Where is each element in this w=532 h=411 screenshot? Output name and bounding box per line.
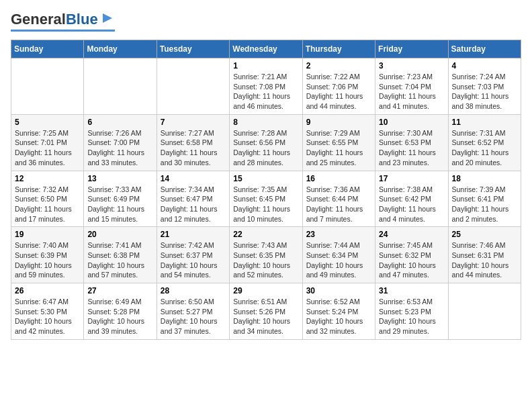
calendar-cell bbox=[448, 283, 521, 340]
calendar-body: 1Sunrise: 7:21 AM Sunset: 7:08 PM Daylig… bbox=[11, 58, 521, 340]
day-number: 2 bbox=[306, 61, 371, 71]
day-number: 6 bbox=[87, 118, 152, 127]
day-number: 14 bbox=[161, 174, 226, 183]
day-number: 23 bbox=[306, 230, 371, 239]
logo-icon bbox=[100, 11, 115, 26]
day-info: Sunrise: 7:31 AM Sunset: 6:52 PM Dayligh… bbox=[452, 128, 517, 168]
calendar-cell: 13Sunrise: 7:33 AM Sunset: 6:49 PM Dayli… bbox=[84, 171, 157, 227]
day-info: Sunrise: 7:21 AM Sunset: 7:08 PM Dayligh… bbox=[233, 72, 298, 111]
week-row-5: 26Sunrise: 6:47 AM Sunset: 5:30 PM Dayli… bbox=[11, 283, 521, 340]
day-number: 12 bbox=[15, 174, 80, 183]
week-row-3: 12Sunrise: 7:32 AM Sunset: 6:50 PM Dayli… bbox=[11, 171, 521, 227]
day-info: Sunrise: 7:46 AM Sunset: 6:31 PM Dayligh… bbox=[452, 240, 517, 280]
day-number: 4 bbox=[452, 61, 517, 71]
calendar-cell: 25Sunrise: 7:46 AM Sunset: 6:31 PM Dayli… bbox=[448, 227, 521, 283]
calendar-cell: 1Sunrise: 7:21 AM Sunset: 7:08 PM Daylig… bbox=[230, 58, 302, 115]
calendar-cell: 19Sunrise: 7:40 AM Sunset: 6:39 PM Dayli… bbox=[11, 227, 84, 283]
dow-friday: Friday bbox=[375, 40, 448, 58]
dow-sunday: Sunday bbox=[11, 40, 84, 58]
calendar-cell: 21Sunrise: 7:42 AM Sunset: 6:37 PM Dayli… bbox=[157, 227, 229, 283]
day-info: Sunrise: 7:35 AM Sunset: 6:45 PM Dayligh… bbox=[233, 185, 298, 224]
day-number: 15 bbox=[233, 174, 298, 183]
page-header: GeneralBlue bbox=[11, 11, 521, 32]
week-row-4: 19Sunrise: 7:40 AM Sunset: 6:39 PM Dayli… bbox=[11, 227, 521, 283]
calendar-cell: 29Sunrise: 6:51 AM Sunset: 5:26 PM Dayli… bbox=[230, 283, 302, 340]
dow-thursday: Thursday bbox=[302, 40, 375, 58]
day-number: 5 bbox=[15, 118, 80, 127]
day-info: Sunrise: 7:26 AM Sunset: 7:00 PM Dayligh… bbox=[87, 128, 152, 168]
day-info: Sunrise: 7:22 AM Sunset: 7:06 PM Dayligh… bbox=[306, 72, 371, 111]
logo: GeneralBlue bbox=[11, 11, 115, 32]
calendar-cell: 26Sunrise: 6:47 AM Sunset: 5:30 PM Dayli… bbox=[11, 283, 84, 340]
day-info: Sunrise: 7:33 AM Sunset: 6:49 PM Dayligh… bbox=[87, 185, 152, 224]
day-number: 28 bbox=[161, 286, 226, 295]
day-info: Sunrise: 7:23 AM Sunset: 7:04 PM Dayligh… bbox=[379, 72, 444, 111]
day-number: 8 bbox=[233, 118, 298, 127]
day-number: 18 bbox=[452, 174, 517, 183]
day-number: 11 bbox=[452, 118, 517, 127]
calendar-cell: 10Sunrise: 7:30 AM Sunset: 6:53 PM Dayli… bbox=[375, 114, 448, 171]
calendar-cell: 31Sunrise: 6:53 AM Sunset: 5:23 PM Dayli… bbox=[375, 283, 448, 340]
week-row-2: 5Sunrise: 7:25 AM Sunset: 7:01 PM Daylig… bbox=[11, 114, 521, 171]
calendar-cell: 12Sunrise: 7:32 AM Sunset: 6:50 PM Dayli… bbox=[11, 171, 84, 227]
calendar-cell: 3Sunrise: 7:23 AM Sunset: 7:04 PM Daylig… bbox=[375, 58, 448, 115]
day-number: 24 bbox=[379, 230, 444, 239]
calendar-cell: 24Sunrise: 7:45 AM Sunset: 6:32 PM Dayli… bbox=[375, 227, 448, 283]
day-info: Sunrise: 6:53 AM Sunset: 5:23 PM Dayligh… bbox=[379, 297, 444, 336]
calendar-cell: 2Sunrise: 7:22 AM Sunset: 7:06 PM Daylig… bbox=[302, 58, 375, 115]
day-number: 1 bbox=[233, 61, 298, 71]
day-info: Sunrise: 7:27 AM Sunset: 6:58 PM Dayligh… bbox=[161, 128, 226, 168]
day-info: Sunrise: 7:28 AM Sunset: 6:56 PM Dayligh… bbox=[233, 128, 298, 168]
day-number: 27 bbox=[87, 286, 152, 295]
calendar-cell: 5Sunrise: 7:25 AM Sunset: 7:01 PM Daylig… bbox=[11, 114, 84, 171]
day-number: 30 bbox=[306, 286, 371, 295]
calendar-cell: 14Sunrise: 7:34 AM Sunset: 6:47 PM Dayli… bbox=[157, 171, 229, 227]
dow-wednesday: Wednesday bbox=[230, 40, 302, 58]
calendar-cell: 18Sunrise: 7:39 AM Sunset: 6:41 PM Dayli… bbox=[448, 171, 521, 227]
day-number: 19 bbox=[15, 230, 80, 239]
day-number: 10 bbox=[379, 118, 444, 127]
calendar-cell: 23Sunrise: 7:44 AM Sunset: 6:34 PM Dayli… bbox=[302, 227, 375, 283]
day-number: 31 bbox=[379, 286, 444, 295]
day-info: Sunrise: 7:42 AM Sunset: 6:37 PM Dayligh… bbox=[161, 240, 226, 280]
day-info: Sunrise: 7:39 AM Sunset: 6:41 PM Dayligh… bbox=[452, 185, 517, 224]
logo-underline bbox=[11, 30, 115, 32]
day-info: Sunrise: 7:40 AM Sunset: 6:39 PM Dayligh… bbox=[15, 240, 80, 280]
day-info: Sunrise: 7:36 AM Sunset: 6:44 PM Dayligh… bbox=[306, 185, 371, 224]
calendar-cell: 20Sunrise: 7:41 AM Sunset: 6:38 PM Dayli… bbox=[84, 227, 157, 283]
day-info: Sunrise: 7:41 AM Sunset: 6:38 PM Dayligh… bbox=[87, 240, 152, 280]
day-info: Sunrise: 7:24 AM Sunset: 7:03 PM Dayligh… bbox=[452, 72, 517, 111]
day-info: Sunrise: 7:45 AM Sunset: 6:32 PM Dayligh… bbox=[379, 240, 444, 280]
day-number: 7 bbox=[161, 118, 226, 127]
calendar-cell: 9Sunrise: 7:29 AM Sunset: 6:55 PM Daylig… bbox=[302, 114, 375, 171]
days-of-week-row: SundayMondayTuesdayWednesdayThursdayFrid… bbox=[11, 40, 521, 58]
day-info: Sunrise: 6:51 AM Sunset: 5:26 PM Dayligh… bbox=[233, 297, 298, 336]
day-info: Sunrise: 7:43 AM Sunset: 6:35 PM Dayligh… bbox=[233, 240, 298, 280]
calendar-cell: 4Sunrise: 7:24 AM Sunset: 7:03 PM Daylig… bbox=[448, 58, 521, 115]
dow-monday: Monday bbox=[84, 40, 157, 58]
calendar-cell: 6Sunrise: 7:26 AM Sunset: 7:00 PM Daylig… bbox=[84, 114, 157, 171]
day-info: Sunrise: 6:47 AM Sunset: 5:30 PM Dayligh… bbox=[15, 297, 80, 336]
logo-text: GeneralBlue bbox=[11, 12, 98, 27]
day-info: Sunrise: 7:29 AM Sunset: 6:55 PM Dayligh… bbox=[306, 128, 371, 168]
day-info: Sunrise: 6:52 AM Sunset: 5:24 PM Dayligh… bbox=[306, 297, 371, 336]
day-info: Sunrise: 7:25 AM Sunset: 7:01 PM Dayligh… bbox=[15, 128, 80, 168]
day-info: Sunrise: 6:49 AM Sunset: 5:28 PM Dayligh… bbox=[87, 297, 152, 336]
calendar-cell: 7Sunrise: 7:27 AM Sunset: 6:58 PM Daylig… bbox=[157, 114, 229, 171]
day-number: 3 bbox=[379, 61, 444, 71]
day-number: 17 bbox=[379, 174, 444, 183]
dow-saturday: Saturday bbox=[448, 40, 521, 58]
svg-marker-0 bbox=[103, 13, 112, 23]
calendar-cell: 22Sunrise: 7:43 AM Sunset: 6:35 PM Dayli… bbox=[230, 227, 302, 283]
calendar-cell: 28Sunrise: 6:50 AM Sunset: 5:27 PM Dayli… bbox=[157, 283, 229, 340]
calendar-cell bbox=[11, 58, 84, 115]
day-number: 20 bbox=[87, 230, 152, 239]
calendar-cell: 16Sunrise: 7:36 AM Sunset: 6:44 PM Dayli… bbox=[302, 171, 375, 227]
calendar-cell: 27Sunrise: 6:49 AM Sunset: 5:28 PM Dayli… bbox=[84, 283, 157, 340]
calendar-cell bbox=[157, 58, 229, 115]
calendar-cell: 11Sunrise: 7:31 AM Sunset: 6:52 PM Dayli… bbox=[448, 114, 521, 171]
day-info: Sunrise: 6:50 AM Sunset: 5:27 PM Dayligh… bbox=[161, 297, 226, 336]
calendar-cell bbox=[84, 58, 157, 115]
day-info: Sunrise: 7:32 AM Sunset: 6:50 PM Dayligh… bbox=[15, 185, 80, 224]
calendar-cell: 17Sunrise: 7:38 AM Sunset: 6:42 PM Dayli… bbox=[375, 171, 448, 227]
